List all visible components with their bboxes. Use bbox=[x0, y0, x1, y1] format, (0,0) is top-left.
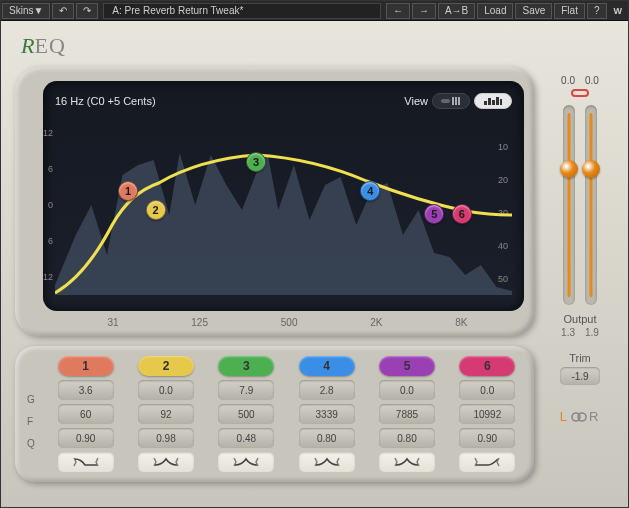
slider-thumb-left[interactable] bbox=[560, 160, 578, 178]
output-section: 0.0 0.0 Output bbox=[546, 75, 614, 424]
band-column-6: 60.0109920.90 bbox=[451, 356, 524, 472]
band-freq-5[interactable]: 7885 bbox=[379, 404, 435, 424]
band-freq-6[interactable]: 10992 bbox=[459, 404, 515, 424]
band-freq-3[interactable]: 500 bbox=[218, 404, 274, 424]
output-slider-right[interactable] bbox=[585, 105, 597, 305]
band-select-4[interactable]: 4 bbox=[299, 356, 355, 376]
output-val-left[interactable]: 1.3 bbox=[561, 327, 575, 338]
band-q-4[interactable]: 0.80 bbox=[299, 428, 355, 448]
output-label: Output bbox=[563, 313, 596, 325]
band-column-1: 13.6600.90 bbox=[49, 356, 122, 472]
band-freq-2[interactable]: 92 bbox=[138, 404, 194, 424]
svg-rect-5 bbox=[488, 98, 491, 105]
band-shape-5[interactable] bbox=[379, 452, 435, 472]
preset-name-field[interactable]: A: Pre Reverb Return Tweak* bbox=[103, 3, 381, 19]
band-select-3[interactable]: 3 bbox=[218, 356, 274, 376]
skins-dropdown[interactable]: Skins ▼ bbox=[2, 3, 50, 19]
band-shape-4[interactable] bbox=[299, 452, 355, 472]
ab-compare-button[interactable]: A→B bbox=[438, 3, 475, 19]
eq-band-node-5[interactable]: 5 bbox=[424, 204, 444, 224]
output-db-left: 0.0 bbox=[561, 75, 575, 86]
eq-curve-area[interactable]: 1260612 1020304050 123456 bbox=[55, 115, 512, 295]
row-labels: G F Q bbox=[27, 394, 35, 449]
band-gain-2[interactable]: 0.0 bbox=[138, 380, 194, 400]
svg-rect-6 bbox=[492, 100, 495, 105]
eq-band-node-4[interactable]: 4 bbox=[360, 181, 380, 201]
band-gain-6[interactable]: 0.0 bbox=[459, 380, 515, 400]
band-column-4: 42.833390.80 bbox=[290, 356, 363, 472]
band-shape-2[interactable] bbox=[138, 452, 194, 472]
band-column-3: 37.95000.48 bbox=[210, 356, 283, 472]
view-mode-2-button[interactable] bbox=[474, 93, 512, 109]
band-q-6[interactable]: 0.90 bbox=[459, 428, 515, 448]
band-q-5[interactable]: 0.80 bbox=[379, 428, 435, 448]
svg-rect-8 bbox=[500, 99, 502, 105]
band-select-1[interactable]: 1 bbox=[58, 356, 114, 376]
slider-thumb-right[interactable] bbox=[582, 160, 600, 178]
band-q-2[interactable]: 0.98 bbox=[138, 428, 194, 448]
band-gain-3[interactable]: 7.9 bbox=[218, 380, 274, 400]
band-controls-panel: G F Q 13.6600.9020.0920.9837.95000.4842.… bbox=[15, 346, 534, 482]
band-gain-1[interactable]: 3.6 bbox=[58, 380, 114, 400]
band-select-6[interactable]: 6 bbox=[459, 356, 515, 376]
band-select-5[interactable]: 5 bbox=[379, 356, 435, 376]
output-db-right: 0.0 bbox=[585, 75, 599, 86]
plugin-window: Skins ▼ ↶ ↷ A: Pre Reverb Return Tweak* … bbox=[0, 0, 629, 508]
eq-band-node-1[interactable]: 1 bbox=[118, 181, 138, 201]
spectrum-svg bbox=[55, 115, 512, 295]
band-gain-5[interactable]: 0.0 bbox=[379, 380, 435, 400]
band-q-3[interactable]: 0.48 bbox=[218, 428, 274, 448]
svg-rect-0 bbox=[441, 99, 450, 103]
top-toolbar: Skins ▼ ↶ ↷ A: Pre Reverb Return Tweak* … bbox=[1, 1, 628, 21]
band-q-1[interactable]: 0.90 bbox=[58, 428, 114, 448]
link-indicator[interactable] bbox=[571, 89, 589, 97]
flat-button[interactable]: Flat bbox=[554, 3, 585, 19]
band-column-5: 50.078850.80 bbox=[370, 356, 443, 472]
svg-rect-2 bbox=[455, 97, 457, 105]
eq-band-node-2[interactable]: 2 bbox=[146, 200, 166, 220]
output-slider-left[interactable] bbox=[563, 105, 575, 305]
redo-button[interactable]: ↷ bbox=[76, 3, 98, 19]
frequency-readout: 16 Hz (C0 +5 Cents) bbox=[55, 95, 156, 107]
band-freq-1[interactable]: 60 bbox=[58, 404, 114, 424]
save-button[interactable]: Save bbox=[515, 3, 552, 19]
trim-value[interactable]: -1.9 bbox=[560, 367, 600, 385]
band-shape-3[interactable] bbox=[218, 452, 274, 472]
band-column-2: 20.0920.98 bbox=[129, 356, 202, 472]
y-axis-left: 1260612 bbox=[35, 115, 53, 295]
view-mode-1-button[interactable] bbox=[432, 93, 470, 109]
undo-button[interactable]: ↶ bbox=[52, 3, 74, 19]
plugin-title: REQ bbox=[21, 33, 614, 59]
band-freq-4[interactable]: 3339 bbox=[299, 404, 355, 424]
help-button[interactable]: ? bbox=[587, 3, 607, 19]
band-gain-4[interactable]: 2.8 bbox=[299, 380, 355, 400]
trim-label: Trim bbox=[569, 352, 591, 364]
svg-rect-7 bbox=[496, 97, 499, 105]
view-label: View bbox=[404, 95, 428, 107]
output-val-right[interactable]: 1.9 bbox=[585, 327, 599, 338]
band-shape-1[interactable] bbox=[58, 452, 114, 472]
plugin-body: REQ 16 Hz (C0 +5 Cents) View bbox=[1, 21, 628, 507]
lr-indicator: LR bbox=[560, 409, 601, 424]
eq-graph[interactable]: 16 Hz (C0 +5 Cents) View bbox=[43, 81, 524, 311]
waves-logo: W bbox=[608, 6, 629, 16]
svg-rect-4 bbox=[484, 101, 487, 105]
load-button[interactable]: Load bbox=[477, 3, 513, 19]
band-select-2[interactable]: 2 bbox=[138, 356, 194, 376]
next-preset-button[interactable]: → bbox=[412, 3, 436, 19]
link-loop-icon bbox=[571, 411, 587, 423]
band-shape-6[interactable] bbox=[459, 452, 515, 472]
eq-band-node-6[interactable]: 6 bbox=[452, 204, 472, 224]
prev-preset-button[interactable]: ← bbox=[386, 3, 410, 19]
svg-rect-3 bbox=[458, 97, 460, 105]
eq-band-node-3[interactable]: 3 bbox=[246, 152, 266, 172]
x-axis-labels: 311255002K8K bbox=[51, 311, 524, 330]
eq-graph-panel: 16 Hz (C0 +5 Cents) View bbox=[15, 67, 534, 336]
svg-rect-1 bbox=[452, 97, 454, 105]
